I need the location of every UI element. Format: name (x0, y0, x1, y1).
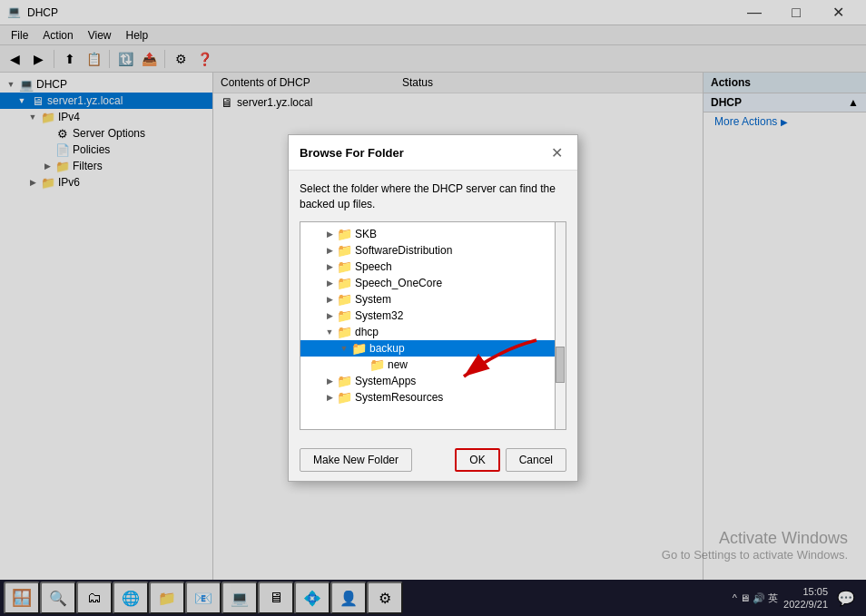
modal-dhcp-arrow: ▼ (322, 328, 337, 337)
modal-skb-icon: 📁 (337, 227, 352, 241)
modal-confirm-buttons: OK Cancel (455, 448, 566, 472)
modal-backup-arrow: ▼ (337, 344, 351, 353)
modal-soc-arrow: ▶ (322, 279, 337, 288)
modal-tree-new[interactable]: 📁 new (300, 357, 566, 373)
modal-footer: Make New Folder OK Cancel (289, 441, 577, 481)
modal-tree-system[interactable]: ▶ 📁 System (300, 291, 566, 308)
modal-sysapps-arrow: ▶ (322, 376, 337, 386)
modal-speech-label: Speech (355, 260, 392, 273)
modal-new-icon: 📁 (369, 357, 385, 372)
modal-close-button[interactable]: ✕ (546, 142, 566, 162)
modal-sd-icon: 📁 (337, 243, 352, 258)
modal-title-bar: Browse For Folder ✕ (289, 135, 577, 171)
modal-tree-speech-onecore[interactable]: ▶ 📁 Speech_OneCore (300, 275, 566, 291)
modal-tree-system32[interactable]: ▶ 📁 System32 (300, 308, 566, 324)
browse-folder-dialog: Browse For Folder ✕ Select the folder wh… (288, 134, 578, 482)
scrollbar-thumb[interactable] (556, 347, 565, 383)
modal-skb-arrow: ▶ (322, 230, 337, 239)
modal-sys32-arrow: ▶ (322, 311, 337, 320)
modal-backup-label: backup (369, 342, 405, 355)
modal-body: Select the folder where the DHCP server … (289, 171, 577, 441)
modal-sys-label: System (355, 293, 391, 306)
modal-sd-label: SoftwareDistribution (355, 244, 452, 257)
modal-sys32-label: System32 (355, 309, 403, 322)
modal-folder-tree[interactable]: ▶ 📁 SKB ▶ 📁 SoftwareDistribution ▶ 📁 Spe… (300, 221, 566, 430)
modal-sysres-label: SystemResources (355, 391, 443, 404)
modal-description: Select the folder where the DHCP server … (300, 181, 566, 212)
modal-soc-label: Speech_OneCore (355, 277, 442, 289)
modal-new-label: new (388, 358, 408, 371)
modal-speech-icon: 📁 (337, 259, 352, 274)
modal-tree-speech[interactable]: ▶ 📁 Speech (300, 259, 566, 275)
modal-sysres-icon: 📁 (337, 390, 352, 405)
modal-tree-dhcp[interactable]: ▼ 📁 dhcp (300, 324, 566, 340)
modal-tree-backup[interactable]: ▼ 📁 backup (300, 340, 566, 357)
modal-speech-arrow: ▶ (322, 262, 337, 271)
modal-sys-icon: 📁 (337, 292, 352, 307)
modal-dhcp-label: dhcp (355, 326, 379, 338)
make-new-folder-button[interactable]: Make New Folder (300, 448, 412, 472)
modal-skb-label: SKB (355, 228, 377, 240)
modal-title-text: Browse For Folder (300, 146, 404, 160)
scrollbar-track[interactable] (555, 222, 566, 429)
modal-backup-icon: 📁 (351, 341, 367, 356)
modal-sysapps-label: SystemApps (355, 375, 416, 387)
modal-soc-icon: 📁 (337, 276, 352, 290)
modal-sys-arrow: ▶ (322, 295, 337, 304)
modal-tree-skb[interactable]: ▶ 📁 SKB (300, 226, 566, 242)
modal-sd-arrow: ▶ (322, 246, 337, 255)
modal-tree-softwaredistrib[interactable]: ▶ 📁 SoftwareDistribution (300, 242, 566, 259)
modal-dhcp-icon: 📁 (337, 325, 352, 339)
modal-overlay: Browse For Folder ✕ Select the folder wh… (0, 0, 866, 616)
cancel-button[interactable]: Cancel (506, 448, 566, 472)
modal-sys32-icon: 📁 (337, 308, 352, 323)
modal-sysres-arrow: ▶ (322, 393, 337, 402)
modal-tree-systemapps[interactable]: ▶ 📁 SystemApps (300, 373, 566, 389)
modal-sysapps-icon: 📁 (337, 374, 352, 388)
ok-button[interactable]: OK (455, 448, 499, 472)
modal-tree-sysresources[interactable]: ▶ 📁 SystemResources (300, 389, 566, 406)
